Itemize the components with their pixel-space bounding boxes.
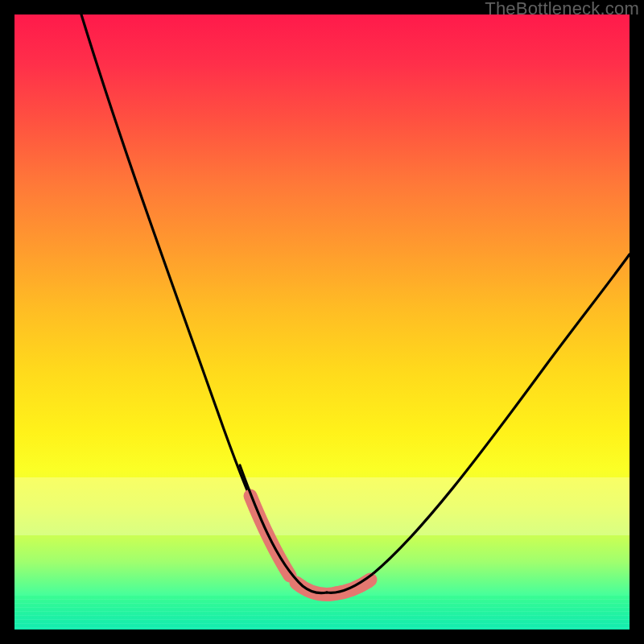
curve-left bbox=[81, 14, 327, 593]
attribution-text: TheBottleneck.com bbox=[485, 0, 639, 19]
chart-frame bbox=[14, 14, 630, 630]
curve-overlay bbox=[14, 14, 630, 630]
curve-right bbox=[327, 254, 630, 592]
